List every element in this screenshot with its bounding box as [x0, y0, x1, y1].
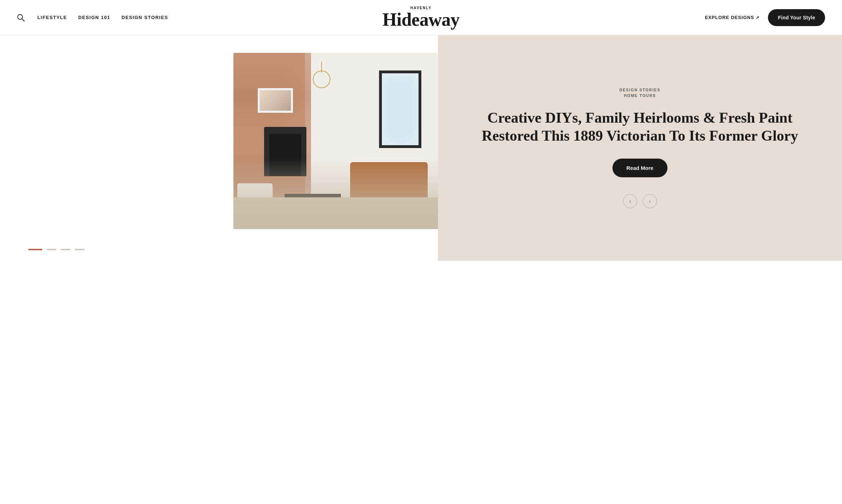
- tag-home-tours: HOME TOURS: [624, 93, 656, 98]
- chandelier: [311, 62, 332, 90]
- carousel-prev-button[interactable]: ‹: [623, 194, 637, 208]
- sofa-left: [237, 183, 273, 211]
- room-simulation: [233, 53, 438, 229]
- main-nav: LIFESTYLE DESIGN 101 DESIGN STORIES HAVE…: [0, 0, 842, 35]
- hero-image: [233, 53, 438, 229]
- window: [379, 70, 421, 148]
- slide-dot-3[interactable]: [61, 249, 71, 250]
- nav-left: LIFESTYLE DESIGN 101 DESIGN STORIES: [17, 14, 168, 21]
- curtain-right: [423, 62, 434, 150]
- svg-line-1: [22, 19, 24, 21]
- logo[interactable]: HAVENLY Hideaway: [383, 6, 459, 29]
- hero-title: Creative DIYs, Family Heirlooms & Fresh …: [466, 109, 814, 145]
- nav-link-lifestyle[interactable]: LIFESTYLE: [37, 15, 67, 20]
- find-style-button[interactable]: Find Your Style: [768, 9, 825, 26]
- rug: [254, 199, 417, 220]
- hero-section: DESIGN STORIES HOME TOURS Creative DIYs,…: [0, 35, 842, 261]
- hero-image-area: [0, 35, 438, 261]
- article-tags: DESIGN STORIES HOME TOURS: [620, 88, 660, 98]
- floor: [233, 197, 438, 229]
- read-more-button[interactable]: Read More: [612, 159, 668, 177]
- slide-dot-1[interactable]: [28, 249, 42, 250]
- artwork: [258, 88, 293, 113]
- nav-link-designstories[interactable]: DESIGN STORIES: [122, 15, 168, 20]
- explore-designs-link[interactable]: EXPLORE DESIGNS: [705, 15, 759, 20]
- hero-content: DESIGN STORIES HOME TOURS Creative DIYs,…: [438, 35, 842, 261]
- nav-links: LIFESTYLE DESIGN 101 DESIGN STORIES: [37, 15, 168, 20]
- logo-main: Hideaway: [383, 10, 459, 30]
- plant: [359, 160, 380, 203]
- search-icon: [17, 14, 25, 21]
- search-button[interactable]: [17, 14, 25, 21]
- sofa-main: [350, 171, 428, 203]
- nav-link-design101[interactable]: DESIGN 101: [78, 15, 110, 20]
- carousel-navigation: ‹ ›: [623, 194, 657, 208]
- tag-design-stories: DESIGN STORIES: [620, 88, 660, 92]
- slide-dot-2[interactable]: [47, 249, 56, 250]
- fireplace: [264, 127, 306, 176]
- nav-right: EXPLORE DESIGNS Find Your Style: [705, 9, 825, 26]
- carousel-next-button[interactable]: ›: [643, 194, 657, 208]
- coffee-table: [285, 194, 341, 215]
- slide-indicators: [28, 249, 85, 250]
- slide-dot-4[interactable]: [75, 249, 85, 250]
